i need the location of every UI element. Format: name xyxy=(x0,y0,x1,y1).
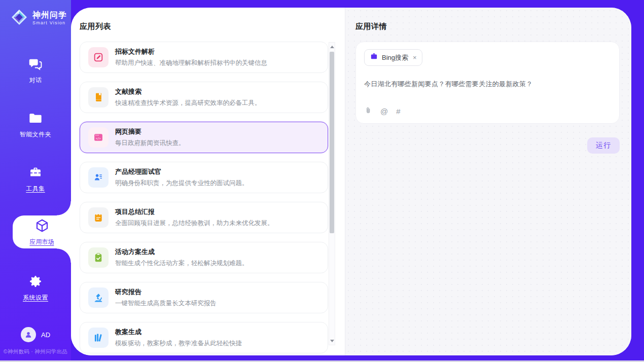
app-card-lesson-plan[interactable]: 教案生成 模板驱动，教案秒成，教学准备从此轻松快捷 xyxy=(80,322,328,353)
gear-icon xyxy=(28,281,43,290)
app-card-list: 招标文件解析 帮助用户快速、准确地理解和解析招标书中的关键信息 文献搜索 快速精… xyxy=(80,42,328,353)
attachment-toolbar: @ # xyxy=(365,106,401,117)
sidebar-item-label: 工具集 xyxy=(0,185,71,193)
sidebar-item-toolset[interactable]: 工具集 xyxy=(0,165,71,193)
prompt-input-card[interactable]: Bing搜索 × 今日湖北有哪些新闻要点？有哪些需要关注的最新政策？ @ # xyxy=(355,42,620,124)
app-list-scrollbar[interactable] xyxy=(329,42,335,345)
app-list-title: 应用列表 xyxy=(80,22,345,31)
sidebar: 神州问学 Smart Vision 对话 智能文件夹 工具集 xyxy=(0,0,71,360)
app-card-pm-interviewer[interactable]: 产品经理面试官 明确身份和职责，为您提供专业性的面试问题。 xyxy=(80,162,328,193)
app-detail-title: 应用详情 xyxy=(355,22,620,31)
scrollbar-thumb[interactable] xyxy=(330,52,334,233)
clipboard-check-icon xyxy=(88,247,109,268)
toolbox-icon xyxy=(28,172,43,181)
svg-text:</>: </> xyxy=(96,137,101,140)
hash-icon[interactable]: # xyxy=(396,107,400,115)
app-logo: 神州问学 Smart Vision xyxy=(0,0,71,28)
avatar xyxy=(21,327,36,342)
app-card-desc: 明确身份和职责，为您提供专业性的面试问题。 xyxy=(115,179,248,188)
app-card-desc: 一键智能生成高质量长文本研究报告 xyxy=(115,299,217,308)
chat-icon xyxy=(28,64,43,73)
app-card-event-plan[interactable]: 活动方案生成 智能生成个性化活动方案，轻松解决规划难题。 xyxy=(80,242,328,273)
logo-diamond-icon xyxy=(10,8,28,28)
app-card-title: 教案生成 xyxy=(115,328,242,337)
at-icon[interactable]: @ xyxy=(380,107,388,115)
run-button[interactable]: 运行 xyxy=(587,137,620,154)
user-name: AD xyxy=(41,331,50,339)
app-card-desc: 模板驱动，教案秒成，教学准备从此轻松快捷 xyxy=(115,339,242,348)
tool-chip-bing-search[interactable]: Bing搜索 × xyxy=(364,49,422,66)
app-card-project-summary[interactable]: 项目总结汇报 全面回顾项目进展，总结经验教训，助力未来优化发展。 xyxy=(80,202,328,233)
tool-chip-label: Bing搜索 xyxy=(382,53,408,62)
app-list-panel: 应用列表 招标文件解析 帮助用户快速、准确地理解和解析招标书中的关键信息 xyxy=(71,8,345,355)
sidebar-item-chat[interactable]: 对话 xyxy=(0,57,71,85)
sidebar-item-settings[interactable]: 系统设置 xyxy=(0,274,71,302)
app-detail-panel: 应用详情 Bing搜索 × 今日湖北有哪些新闻要点？有哪些需要关注的最新政策？ xyxy=(345,8,631,355)
app-card-title: 研究报告 xyxy=(115,287,217,297)
paperclip-icon[interactable] xyxy=(365,106,372,117)
briefcase-icon xyxy=(370,52,378,63)
app-card-title: 产品经理面试官 xyxy=(115,167,248,176)
app-card-title: 网页摘要 xyxy=(115,127,185,136)
app-card-title: 项目总结汇报 xyxy=(115,207,274,216)
app-card-bid-analysis[interactable]: 招标文件解析 帮助用户快速、准确地理解和解析招标书中的关键信息 xyxy=(80,42,328,73)
copyright-text: ©神州数码 · 神州问学出品 xyxy=(0,348,71,355)
app-card-title: 活动方案生成 xyxy=(115,247,248,257)
pen-square-icon xyxy=(88,47,109,67)
sidebar-item-label: 应用市场 xyxy=(30,238,54,246)
app-card-desc: 每日政府新闻资讯快查。 xyxy=(115,139,185,148)
interviewer-icon xyxy=(88,167,109,188)
notepad-icon xyxy=(88,207,109,228)
browser-code-icon: </> xyxy=(88,127,109,148)
scroll-down-icon[interactable] xyxy=(329,338,335,344)
sidebar-item-label: 对话 xyxy=(0,76,71,85)
sidebar-item-app-market[interactable]: 应用市场 xyxy=(13,215,71,248)
microscope-icon xyxy=(88,287,109,308)
main-content: 应用列表 招标文件解析 帮助用户快速、准确地理解和解析招标书中的关键信息 xyxy=(71,8,631,355)
app-card-desc: 全面回顾项目进展，总结经验教训，助力未来优化发展。 xyxy=(115,219,274,228)
scroll-up-icon[interactable] xyxy=(329,44,335,50)
app-card-title: 文献搜索 xyxy=(115,87,261,96)
sidebar-item-label: 智能文件夹 xyxy=(0,130,71,139)
app-card-literature-search[interactable]: 文献搜索 快速精准查找学术资源，提高研究效率的必备工具。 xyxy=(80,82,328,113)
app-card-desc: 帮助用户快速、准确地理解和解析招标书中的关键信息 xyxy=(115,59,267,67)
user-account[interactable]: AD xyxy=(0,327,71,342)
app-card-research-report[interactable]: 研究报告 一键智能生成高质量长文本研究报告 xyxy=(80,282,328,313)
app-card-title: 招标文件解析 xyxy=(115,47,267,56)
book-icon xyxy=(88,87,109,107)
cube-icon xyxy=(34,218,50,235)
close-icon[interactable]: × xyxy=(413,54,417,61)
app-card-web-summary[interactable]: </> 网页摘要 每日政府新闻资讯快查。 xyxy=(80,122,328,153)
books-icon xyxy=(88,328,109,348)
sidebar-item-label: 系统设置 xyxy=(0,294,71,302)
logo-subtitle: Smart Vision xyxy=(32,21,67,26)
app-card-desc: 智能生成个性化活动方案，轻松解决规划难题。 xyxy=(115,259,248,268)
app-card-desc: 快速精准查找学术资源，提高研究效率的必备工具。 xyxy=(115,99,261,107)
sidebar-item-smart-folder[interactable]: 智能文件夹 xyxy=(0,111,71,139)
logo-title: 神州问学 xyxy=(32,11,67,20)
folder-icon xyxy=(28,118,43,127)
query-text[interactable]: 今日湖北有哪些新闻要点？有哪些需要关注的最新政策？ xyxy=(364,80,611,89)
